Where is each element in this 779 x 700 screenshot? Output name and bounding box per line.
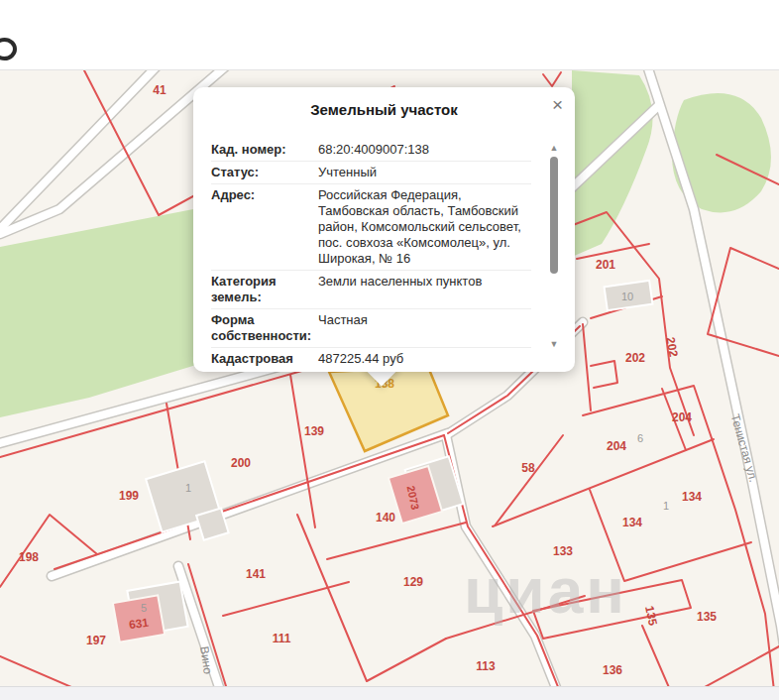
- field-row-ownership: Форма собственности: Частная: [211, 309, 531, 348]
- field-value: 68:20:4009007:138: [312, 142, 531, 158]
- parcel-info-popup: Земельный участок × Кад. номер: 68:20:40…: [193, 87, 575, 372]
- parcel-label: 631: [128, 616, 150, 633]
- parcel-label: 202: [625, 351, 645, 365]
- watermark: циан: [464, 554, 627, 628]
- building-label: 5: [141, 602, 147, 614]
- field-value: Учтенный: [312, 165, 531, 180]
- scroll-down-icon[interactable]: ▼: [547, 339, 561, 349]
- close-icon[interactable]: ×: [550, 93, 565, 116]
- popup-scrollbar[interactable]: ▲ ▼: [547, 143, 561, 356]
- parcel-label: 111: [273, 632, 291, 645]
- popup-title: Земельный участок: [233, 101, 535, 118]
- field-label: Кад. номер:: [211, 142, 312, 158]
- field-row-cadastral-value: Кадастровая стоимость: 487225.44 руб: [211, 348, 531, 372]
- building-label: 10: [621, 291, 633, 302]
- parcel-label: 198: [19, 550, 39, 564]
- parcel-label: 41: [153, 83, 166, 97]
- parcel-label: 139: [304, 424, 324, 438]
- field-label: Кадастровая стоимость:: [211, 351, 312, 372]
- parcel-label: 58: [521, 461, 534, 475]
- parcel-label: 135: [697, 610, 717, 624]
- partial-logo-icon: [0, 38, 17, 60]
- parcel-label: 134: [622, 516, 642, 529]
- parcel-label: 113: [476, 659, 495, 673]
- field-label: Категория земель:: [211, 274, 312, 305]
- field-label: Адрес:: [211, 187, 312, 267]
- field-value: Земли населенных пунктов: [312, 274, 531, 305]
- parcel-label: 129: [403, 575, 423, 589]
- parcel-label: 204: [672, 410, 692, 424]
- parcel-label: 199: [119, 489, 139, 503]
- parcel-label: 133: [553, 544, 573, 558]
- page: циан 41 201 202 202 204 204 58 134 134 1…: [0, 0, 779, 700]
- scroll-up-icon[interactable]: ▲: [547, 143, 561, 153]
- field-value: Российская Федерация, Тамбовская область…: [312, 187, 531, 267]
- parcel-label: 200: [231, 456, 251, 470]
- building-label: 1: [663, 500, 669, 512]
- field-row-status: Статус: Учтенный: [211, 162, 531, 184]
- parcel-label: 134: [682, 490, 702, 504]
- field-row-cad-number: Кад. номер: 68:20:4009007:138: [211, 139, 531, 162]
- parcel-label: 136: [603, 663, 622, 677]
- field-label: Форма собственности:: [211, 312, 312, 344]
- scrollbar-thumb[interactable]: [550, 157, 558, 274]
- field-row-land-category: Категория земель: Земли населенных пункт…: [211, 271, 531, 309]
- parcel-label: 204: [607, 439, 626, 453]
- field-value: Частная: [312, 312, 531, 344]
- field-row-address: Адрес: Российская Федерация, Тамбовская …: [211, 184, 531, 271]
- building-label: 6: [637, 432, 643, 444]
- parcel-label: 140: [376, 511, 395, 525]
- field-label: Статус:: [211, 165, 312, 180]
- bottom-strip: [0, 686, 779, 700]
- parcel-label: 197: [86, 634, 106, 647]
- building-label: 1: [185, 482, 191, 494]
- popup-body: Кад. номер: 68:20:4009007:138 Статус: Уч…: [211, 139, 531, 372]
- parcel-label: 201: [596, 258, 615, 272]
- top-bar: [0, 0, 779, 70]
- field-value: 487225.44 руб: [312, 351, 531, 372]
- parcel-label: 141: [246, 567, 266, 581]
